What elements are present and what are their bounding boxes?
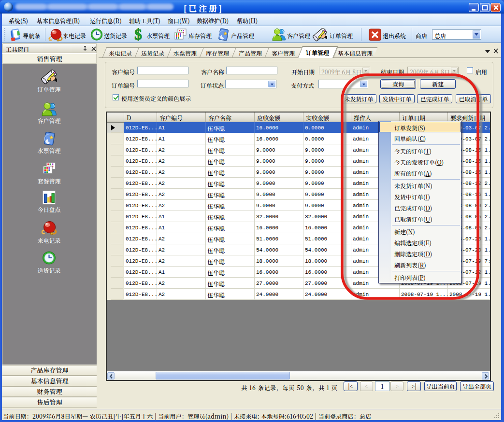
svg-text:$: $ — [134, 28, 142, 42]
